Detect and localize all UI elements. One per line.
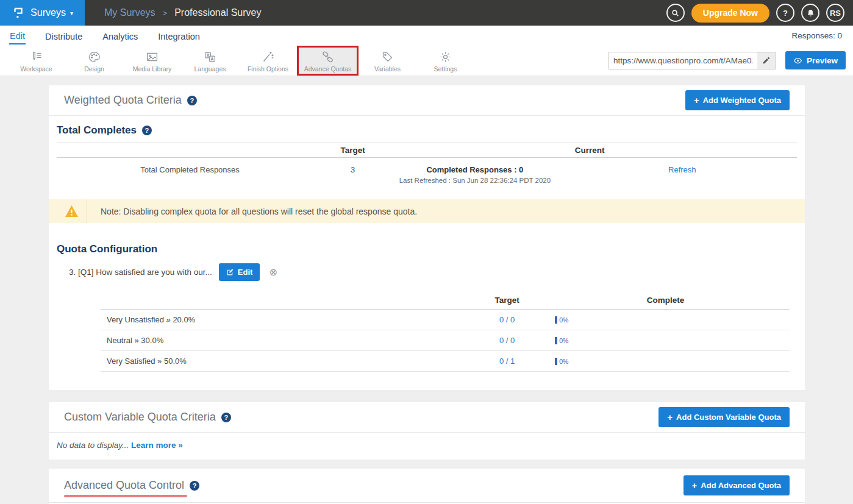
edit-toolbar: Workspace Design Media Library Lang: [0, 46, 853, 76]
total-completes-table-header: Target Current: [57, 143, 797, 158]
quota-configuration-title: Quota Configuration: [57, 243, 157, 255]
breadcrumb-my-surveys[interactable]: My Surveys: [104, 7, 155, 18]
quota-option-label: Very Unsatisfied » 20.0%: [101, 315, 473, 324]
table-row: Very Satisfied » 50.0% 0 / 1 0%: [101, 351, 790, 372]
help-button[interactable]: ?: [776, 4, 794, 22]
toolbar-label: Variables: [374, 65, 401, 73]
edit-url-pencil-icon[interactable]: [757, 56, 776, 65]
add-custom-variable-quota-button[interactable]: + Add Custom Variable Quota: [658, 407, 790, 427]
no-data-text: No data to display...: [57, 441, 129, 450]
current-cell: Completed Responses : 0 Last Refreshed :…: [382, 165, 568, 184]
add-advanced-quota-button[interactable]: + Add Advanced Quota: [683, 475, 790, 495]
progress-percent: 0%: [559, 316, 568, 324]
toolbar-label: Advance Quotas: [304, 65, 352, 73]
section-tabs: Edit Distribute Analytics Integration Re…: [0, 26, 853, 46]
quota-complete-cell: 0%: [541, 337, 790, 344]
quota-complete-cell: 0%: [541, 316, 790, 324]
quota-target-link[interactable]: 0 / 0: [473, 336, 541, 345]
custom-variable-quota-header: Custom Variable Quota Criteria ? + Add C…: [49, 402, 805, 433]
add-weighted-quota-button[interactable]: + Add Weighted Quota: [685, 90, 790, 110]
weighted-quota-card: Weighted Quota Criteria ? + Add Weighted…: [49, 85, 805, 390]
custom-variable-quota-title-wrap: Custom Variable Quota Criteria ?: [64, 411, 231, 424]
tab-edit[interactable]: Edit: [9, 27, 26, 44]
preview-button[interactable]: Preview: [785, 51, 846, 69]
annotation-underline: [64, 495, 187, 497]
toolbar-label: Settings: [434, 65, 457, 73]
quota-target-link[interactable]: 0 / 1: [473, 357, 541, 366]
help-icon: ?: [783, 9, 788, 18]
custom-variable-quota-title: Custom Variable Quota Criteria: [64, 411, 216, 424]
help-circle-icon[interactable]: ?: [187, 96, 197, 105]
search-button[interactable]: [666, 4, 685, 22]
toolbar-item-workspace[interactable]: Workspace: [7, 46, 65, 76]
weighted-quota-title: Weighted Quota Criteria: [64, 94, 182, 107]
column-header-complete: Complete: [541, 296, 790, 305]
toolbar-label: Workspace: [20, 65, 52, 73]
tab-integration[interactable]: Integration: [157, 28, 201, 44]
toolbar-label: Languages: [195, 65, 226, 73]
refresh-link[interactable]: Refresh: [668, 165, 696, 174]
weighted-quota-title-wrap: Weighted Quota Criteria ?: [64, 94, 197, 107]
advanced-quota-header: Advanced Quota Control ? + Add Advanced …: [49, 469, 805, 502]
survey-url-group: [608, 52, 776, 69]
toolbar-item-design[interactable]: Design: [65, 46, 123, 76]
edit-pencil-square-icon: [226, 268, 234, 276]
top-navbar: Surveys ▾ My Surveys > Professional Surv…: [0, 0, 853, 26]
breadcrumb: My Surveys > Professional Survey: [104, 7, 261, 18]
quota-complete-cell: 0%: [541, 358, 790, 365]
progress-bar: [555, 358, 557, 365]
palette-icon: [88, 51, 101, 63]
responses-count: Responses: 0: [791, 31, 842, 40]
upgrade-now-button[interactable]: Upgrade Now: [691, 4, 769, 23]
toolbar-item-languages[interactable]: Languages: [181, 46, 239, 76]
help-circle-icon[interactable]: ?: [142, 126, 152, 135]
note-divider: [87, 199, 87, 223]
toolbar-item-settings[interactable]: Settings: [416, 46, 474, 76]
toolbar-item-variables[interactable]: Variables: [359, 46, 416, 76]
warning-triangle-icon: [65, 205, 79, 218]
user-avatar[interactable]: RS: [826, 4, 844, 22]
toolbar-item-media-library[interactable]: Media Library: [123, 46, 181, 76]
plus-icon: +: [692, 480, 698, 491]
quota-target-link[interactable]: 0 / 0: [473, 315, 541, 324]
quota-option-label: Neutral » 30.0%: [101, 336, 473, 345]
product-menu-label: Surveys: [30, 7, 66, 18]
completed-responses-value: Completed Responses : 0: [382, 165, 568, 174]
add-weighted-quota-label: Add Weighted Quota: [703, 96, 781, 105]
edit-quota-button[interactable]: Edit: [219, 263, 260, 281]
avatar-initials: RS: [830, 9, 841, 18]
chain-link-icon: [321, 51, 334, 63]
breadcrumb-current-survey: Professional Survey: [174, 7, 261, 18]
notifications-button[interactable]: [801, 4, 819, 22]
tab-analytics[interactable]: Analytics: [102, 28, 138, 44]
help-circle-icon[interactable]: ?: [221, 413, 231, 422]
toolbar-item-advance-quotas[interactable]: Advance Quotas: [297, 46, 359, 76]
toolbar-label: Design: [84, 65, 104, 73]
tag-icon: [381, 51, 394, 63]
topbar-actions: Upgrade Now ? RS: [666, 4, 853, 23]
column-header-target: Target: [473, 296, 541, 305]
search-icon: [671, 9, 680, 18]
help-circle-icon[interactable]: ?: [190, 481, 199, 491]
product-menu[interactable]: Surveys ▾: [0, 0, 85, 26]
tab-distribute[interactable]: Distribute: [45, 28, 83, 44]
total-completes-table: Target Current Total Completed Responses…: [57, 143, 797, 193]
table-row: Neutral » 30.0% 0 / 0 0%: [101, 330, 790, 351]
quota-configuration-table: Target Complete Very Unsatisfied » 20.0%…: [101, 291, 790, 390]
custom-variable-quota-body: No data to display... Learn more »: [49, 433, 805, 460]
quota-question-label: 3. [Q1] How satisfied are you with our..…: [69, 268, 212, 277]
toolbar-item-finish-options[interactable]: Finish Options: [239, 46, 297, 76]
total-completes-title: Total Completes: [57, 124, 137, 137]
magic-wand-icon: [262, 51, 274, 63]
custom-variable-quota-card: Custom Variable Quota Criteria ? + Add C…: [49, 402, 805, 460]
quota-configuration-heading: Quota Configuration: [49, 223, 805, 255]
preview-label: Preview: [807, 56, 838, 65]
survey-url-input[interactable]: [609, 52, 757, 69]
advanced-quota-title-wrap: Advanced Quota Control ?: [64, 479, 199, 492]
note-banner: Note: Disabling complex quota for all qu…: [49, 199, 805, 223]
quota-option-label: Very Satisfied » 50.0%: [101, 357, 473, 366]
breadcrumb-separator: >: [163, 9, 168, 18]
translate-icon: [204, 51, 216, 63]
remove-quota-icon[interactable]: ⊗: [269, 266, 277, 278]
learn-more-link[interactable]: Learn more »: [131, 441, 183, 450]
